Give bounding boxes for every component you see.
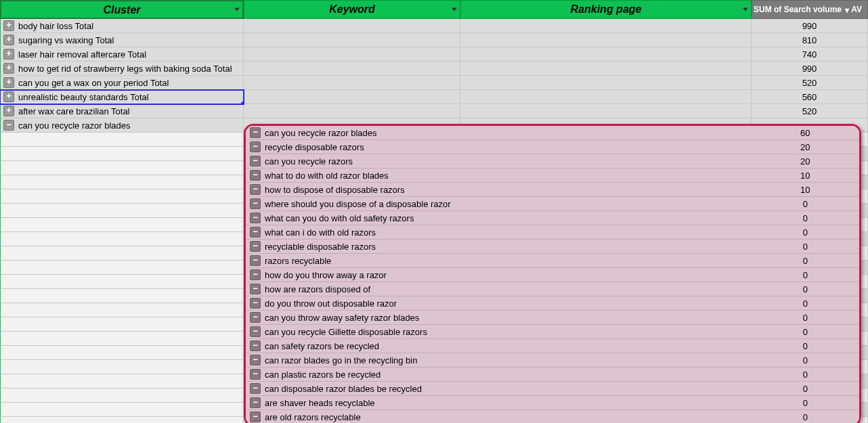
callout-keyword-cell[interactable]: −are shaver heads recyclable	[246, 396, 752, 409]
keyword-cell[interactable]	[244, 33, 460, 47]
ranking-cell[interactable]	[460, 104, 752, 118]
callout-row[interactable]: −how are razors disposed of0	[246, 282, 859, 296]
cluster-row[interactable]: +body hair loss Total990	[0, 19, 868, 33]
callout-sum-cell[interactable]: 20	[752, 154, 859, 168]
callout-sum-cell[interactable]: 0	[752, 197, 859, 210]
callout-row[interactable]: −what can you do with old safety razors0	[246, 211, 859, 225]
expand-icon[interactable]: +	[3, 35, 14, 45]
header-ranking[interactable]: Ranking page	[460, 0, 752, 19]
callout-row[interactable]: −recycle disposable razors20	[246, 140, 859, 154]
callout-keyword-cell[interactable]: −can razor blades go in the recycling bi…	[246, 353, 752, 367]
collapse-icon[interactable]: −	[250, 213, 261, 223]
callout-row[interactable]: −are old razors recyclable0	[246, 410, 859, 423]
ranking-cell[interactable]	[460, 33, 752, 47]
callout-row[interactable]: −can you throw away safety razor blades0	[246, 311, 859, 325]
keyword-cell[interactable]	[244, 62, 460, 76]
collapse-icon[interactable]: −	[250, 227, 261, 238]
cluster-row[interactable]: +how to get rid of strawberry legs with …	[0, 62, 868, 76]
callout-keyword-cell[interactable]: −what can you do with old safety razors	[246, 211, 752, 225]
collapse-icon[interactable]: −	[250, 312, 261, 323]
cluster-cell[interactable]: +unrealistic beauty standards Total	[0, 90, 244, 104]
callout-row[interactable]: −razors recyclable0	[246, 254, 859, 268]
callout-keyword-cell[interactable]: −can disposable razor blades be recycled	[246, 382, 752, 395]
callout-sum-cell[interactable]: 0	[752, 396, 859, 409]
keyword-cell[interactable]	[244, 90, 460, 104]
header-sum[interactable]: SUM of Search volume ▾ AV	[752, 0, 868, 19]
collapse-icon[interactable]: −	[3, 120, 14, 131]
callout-sum-cell[interactable]: 10	[752, 169, 859, 182]
collapse-icon[interactable]: −	[250, 255, 261, 266]
sum-cell[interactable]: 990	[752, 19, 868, 33]
callout-keyword-cell[interactable]: −can you throw away safety razor blades	[246, 311, 752, 324]
sum-cell[interactable]: 520	[752, 76, 868, 90]
callout-row[interactable]: −where should you dispose of a disposabl…	[246, 197, 859, 211]
callout-sum-cell[interactable]: 0	[752, 296, 859, 310]
ranking-cell[interactable]	[460, 19, 752, 33]
sum-cell[interactable]: 560	[752, 90, 868, 104]
callout-sum-cell[interactable]: 0	[752, 254, 859, 267]
cluster-row[interactable]: +sugaring vs waxing Total810	[0, 33, 868, 47]
callout-keyword-cell[interactable]: −where should you dispose of a disposabl…	[246, 197, 752, 210]
filter-icon[interactable]	[743, 8, 748, 12]
callout-sum-cell[interactable]: 0	[752, 339, 859, 353]
callout-sum-cell[interactable]: 0	[752, 353, 859, 367]
ranking-cell[interactable]	[460, 90, 752, 104]
callout-row[interactable]: −can you recycle razors20	[246, 154, 859, 169]
callout-row[interactable]: −how to dispose of disposable razors10	[246, 183, 859, 197]
callout-sum-cell[interactable]: 0	[752, 382, 859, 395]
selection-handle[interactable]	[241, 102, 244, 104]
keyword-cell[interactable]	[244, 47, 460, 62]
callout-row[interactable]: −can disposable razor blades be recycled…	[246, 382, 859, 396]
collapse-icon[interactable]: −	[250, 397, 261, 408]
collapse-icon[interactable]: −	[250, 284, 261, 294]
callout-row[interactable]: −what can i do with old razors0	[246, 225, 859, 240]
callout-keyword-cell[interactable]: −can you recycle Gillette disposable raz…	[246, 325, 752, 338]
expand-icon[interactable]: +	[3, 20, 14, 31]
keyword-cell[interactable]	[244, 76, 460, 90]
expand-icon[interactable]: +	[3, 91, 14, 102]
collapse-icon[interactable]: −	[250, 369, 261, 380]
callout-sum-cell[interactable]: 60	[752, 126, 859, 139]
callout-row[interactable]: −can you recycle razor blades60	[246, 126, 859, 140]
callout-sum-cell[interactable]: 0	[752, 410, 859, 423]
cluster-cell[interactable]: +after wax care brazilian Total	[0, 104, 244, 118]
callout-sum-cell[interactable]: 0	[752, 282, 859, 296]
expand-icon[interactable]: +	[3, 49, 14, 60]
sum-cell[interactable]: 520	[752, 104, 868, 118]
ranking-cell[interactable]	[460, 76, 752, 90]
collapse-icon[interactable]: −	[250, 355, 261, 365]
collapse-icon[interactable]: −	[250, 156, 261, 166]
callout-row[interactable]: −recyclable disposable razors0	[246, 240, 859, 254]
callout-row[interactable]: −what to do with old razor blades10	[246, 169, 859, 183]
cluster-cell[interactable]: +how to get rid of strawberry legs with …	[0, 62, 244, 76]
callout-sum-cell[interactable]: 0	[752, 325, 859, 338]
collapse-icon[interactable]: −	[250, 127, 261, 138]
collapse-icon[interactable]: −	[250, 326, 261, 337]
callout-sum-cell[interactable]: 0	[752, 240, 859, 253]
callout-row[interactable]: −can safety razors be recycled0	[246, 339, 859, 353]
keyword-cell[interactable]	[244, 104, 460, 118]
cluster-row[interactable]: +can you get a wax on your period Total5…	[0, 76, 868, 90]
callout-keyword-cell[interactable]: −recycle disposable razors	[246, 140, 752, 154]
expand-icon[interactable]: +	[3, 106, 14, 116]
collapse-icon[interactable]: −	[250, 241, 261, 252]
callout-keyword-cell[interactable]: −recyclable disposable razors	[246, 240, 752, 253]
callout-row[interactable]: −do you throw out disposable razor0	[246, 296, 859, 311]
cluster-row[interactable]: +unrealistic beauty standards Total560	[0, 90, 868, 104]
header-cluster[interactable]: Cluster	[0, 0, 244, 19]
cluster-cell[interactable]: +laser hair removal aftercare Total	[0, 47, 244, 62]
callout-keyword-cell[interactable]: −how to dispose of disposable razors	[246, 183, 752, 196]
callout-keyword-cell[interactable]: −can you recycle razors	[246, 154, 752, 168]
callout-keyword-cell[interactable]: −are old razors recyclable	[246, 410, 752, 423]
cluster-cell[interactable]: +can you get a wax on your period Total	[0, 76, 244, 90]
callout-sum-cell[interactable]: 0	[752, 211, 859, 225]
callout-row[interactable]: −how do you throw away a razor0	[246, 268, 859, 282]
callout-row[interactable]: −can plastic razors be recycled0	[246, 368, 859, 382]
cluster-row[interactable]: +laser hair removal aftercare Total740	[0, 47, 868, 62]
callout-keyword-cell[interactable]: −what can i do with old razors	[246, 225, 752, 239]
collapse-icon[interactable]: −	[250, 411, 261, 422]
filter-icon[interactable]	[452, 8, 457, 12]
collapse-icon[interactable]: −	[250, 269, 261, 280]
callout-keyword-cell[interactable]: −razors recyclable	[246, 254, 752, 267]
collapse-icon[interactable]: −	[250, 141, 261, 152]
